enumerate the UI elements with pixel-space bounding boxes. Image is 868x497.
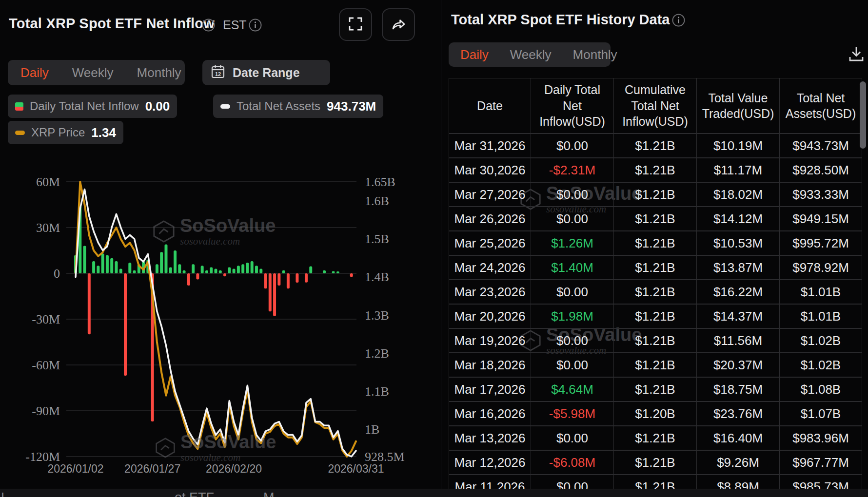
est-info-icon[interactable] bbox=[249, 19, 262, 32]
inflow-bar bbox=[350, 273, 353, 277]
table-cell: $0.00 bbox=[531, 183, 614, 207]
inflow-bar bbox=[88, 273, 91, 334]
table-cell: $1.02B bbox=[780, 353, 862, 377]
table-cell: $10.53M bbox=[697, 231, 780, 255]
table-cell: $967.77M bbox=[780, 451, 862, 475]
inflow-bar bbox=[251, 261, 254, 273]
table-cell: $1.21B bbox=[614, 280, 697, 304]
tab-daily[interactable]: Daily bbox=[460, 47, 489, 62]
legend-daily-net-inflow[interactable]: Daily Total Net Inflow 0.00 bbox=[8, 95, 177, 118]
table-row: Mar 16,2026-$5.98M$1.20B$23.76M$1.07B bbox=[449, 401, 862, 426]
history-table-body: Mar 31,2026$0.00$1.21B$10.19M$943.73MMar… bbox=[449, 134, 862, 497]
table-cell: $949.15M bbox=[780, 207, 862, 231]
table-cell: Mar 30,2026 bbox=[449, 158, 531, 182]
tab-weekly[interactable]: Weekly bbox=[510, 47, 552, 62]
legend-xrp-price[interactable]: XRP Price 1.34 bbox=[8, 121, 123, 144]
inflow-bar bbox=[210, 267, 213, 273]
next-section-clipped-strip: L ot ETF M bbox=[0, 489, 868, 497]
legend-total-net-assets[interactable]: Total Net Assets 943.73M bbox=[213, 95, 383, 118]
table-cell: $1.01B bbox=[780, 280, 862, 304]
tab-daily[interactable]: Daily bbox=[20, 65, 49, 80]
inflow-bar bbox=[115, 261, 118, 273]
table-row: Mar 20,2026$1.98M$1.21B$14.37M$1.01B bbox=[449, 304, 862, 328]
table-row: Mar 18,2026$0.00$1.21B$20.37M$1.02B bbox=[449, 353, 862, 377]
xrp-etf-dashboard: Total XRP Spot ETF Net Inflow EST Daily … bbox=[0, 0, 868, 497]
svg-text:12: 12 bbox=[215, 71, 221, 77]
table-cell: $0.00 bbox=[531, 280, 614, 304]
table-cell: $0.00 bbox=[531, 426, 614, 450]
tab-monthly[interactable]: Monthly bbox=[137, 65, 181, 80]
inflow-bar bbox=[332, 271, 335, 273]
table-row: Mar 24,2026$1.40M$1.21B$13.87M$978.92M bbox=[449, 255, 862, 280]
share-icon bbox=[390, 16, 407, 34]
xrp-price-legend-icon bbox=[15, 131, 25, 135]
inflow-bar bbox=[196, 273, 199, 280]
share-button[interactable] bbox=[382, 8, 415, 41]
legend-value: 1.34 bbox=[91, 125, 116, 140]
legend-label: Daily Total Net Inflow bbox=[30, 99, 139, 113]
inflow-bar bbox=[205, 270, 208, 273]
inflow-bar bbox=[169, 267, 172, 273]
clipped-text-fragment: L bbox=[1, 490, 8, 497]
column-header: Cumulative Total Net Inflow(USD) bbox=[614, 78, 697, 134]
table-cell: Mar 31,2026 bbox=[449, 134, 531, 158]
table-cell: $1.21B bbox=[614, 183, 697, 207]
left-axis-tick: 0 bbox=[54, 267, 60, 281]
table-cell: $1.08B bbox=[780, 378, 862, 401]
date-range-button[interactable]: 12 Date Range bbox=[202, 60, 330, 85]
title-info-icon[interactable] bbox=[202, 19, 215, 32]
table-scrollbar-thumb[interactable] bbox=[860, 81, 866, 149]
left-axis-tick: -30M bbox=[32, 312, 60, 326]
table-cell: $0.00 bbox=[531, 329, 614, 353]
table-cell: $983.96M bbox=[780, 426, 862, 450]
inflow-bar bbox=[273, 273, 276, 316]
tab-weekly[interactable]: Weekly bbox=[72, 65, 114, 80]
x-axis-tick: 2026/01/27 bbox=[124, 462, 180, 475]
inflow-bar bbox=[183, 270, 186, 273]
inflow-bar bbox=[101, 253, 104, 273]
left-axis-tick: -120M bbox=[25, 450, 60, 464]
net-inflow-panel: Total XRP Spot ETF Net Inflow EST Daily … bbox=[0, 0, 441, 497]
history-table: Date Daily Total Net Inflow(USD) Cumulat… bbox=[449, 78, 862, 491]
download-button[interactable] bbox=[846, 44, 867, 65]
table-cell: $1.21B bbox=[614, 158, 697, 182]
table-cell: Mar 27,2026 bbox=[449, 183, 531, 207]
fullscreen-button[interactable] bbox=[339, 8, 372, 41]
table-cell: $995.72M bbox=[780, 231, 862, 255]
inflow-bar bbox=[106, 255, 109, 273]
inflow-bar bbox=[119, 269, 122, 273]
table-row: Mar 31,2026$0.00$1.21B$10.19M$943.73M bbox=[449, 134, 862, 158]
table-cell: $1.07B bbox=[780, 402, 862, 426]
inflow-bar bbox=[160, 252, 163, 273]
table-cell: $1.21B bbox=[614, 426, 697, 450]
history-info-icon[interactable] bbox=[672, 14, 685, 27]
inflow-bar bbox=[269, 273, 272, 311]
table-cell: $20.37M bbox=[697, 353, 780, 377]
table-row: Mar 17,2026$4.64M$1.21B$18.75M$1.08B bbox=[449, 377, 862, 401]
table-cell: $943.73M bbox=[780, 134, 862, 158]
inflow-bar bbox=[277, 273, 280, 286]
inflow-bar bbox=[97, 266, 99, 273]
table-cell: Mar 12,2026 bbox=[449, 451, 531, 475]
history-table-header: Date Daily Total Net Inflow(USD) Cumulat… bbox=[449, 78, 862, 134]
column-header: Total Value Traded(USD) bbox=[697, 78, 780, 134]
table-cell: $11.17M bbox=[697, 158, 780, 182]
inflow-bar bbox=[164, 244, 167, 273]
table-cell: Mar 16,2026 bbox=[449, 402, 531, 426]
inflow-bar bbox=[92, 261, 95, 273]
right-axis-tick: 928.5M bbox=[365, 450, 405, 464]
inflow-bar bbox=[83, 246, 86, 273]
table-cell: $4.64M bbox=[531, 378, 614, 401]
column-header: Total Net Assets(USD) bbox=[780, 78, 862, 134]
x-axis-tick: 2026/03/31 bbox=[328, 462, 384, 475]
history-period-tabs: Daily Weekly Monthly bbox=[449, 42, 611, 67]
inflow-bar bbox=[255, 266, 258, 273]
inflow-bar bbox=[233, 269, 236, 273]
table-row: Mar 13,2026$0.00$1.21B$16.40M$983.96M bbox=[449, 426, 862, 450]
table-cell: $1.21B bbox=[614, 329, 697, 353]
table-cell: $13.87M bbox=[697, 256, 780, 280]
tab-monthly[interactable]: Monthly bbox=[573, 47, 617, 62]
table-cell: Mar 23,2026 bbox=[449, 280, 531, 304]
inflow-bar bbox=[246, 263, 249, 273]
table-cell: $23.76M bbox=[697, 402, 780, 426]
